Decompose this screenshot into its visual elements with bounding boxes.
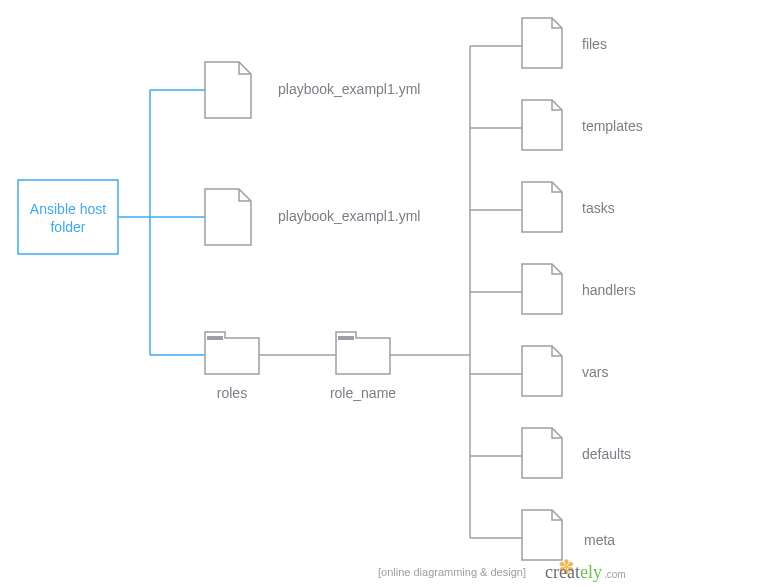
playbook1-label: playbook_exampl1.yml (278, 81, 420, 97)
attribution: [online diagramming & design] ✽ creately… (378, 556, 626, 582)
svg-rect-7 (207, 336, 223, 340)
rolename-connectors (390, 46, 522, 538)
root-label-line2: folder (50, 219, 85, 235)
root-label-line1: Ansible host (30, 201, 106, 217)
playbook2-node: playbook_exampl1.yml (205, 189, 420, 245)
defaults-node: defaults (522, 428, 631, 478)
ansible-folder-diagram: Ansible host folder playbook_exampl1.yml… (0, 0, 769, 587)
root-node: Ansible host folder (18, 180, 118, 254)
templates-label: templates (582, 118, 643, 134)
vars-node: vars (522, 346, 608, 396)
logo-part2: ely (580, 562, 602, 582)
svg-rect-0 (18, 180, 118, 254)
meta-label: meta (584, 532, 615, 548)
defaults-label: defaults (582, 446, 631, 462)
rolename-label: role_name (330, 385, 396, 401)
playbook2-label: playbook_exampl1.yml (278, 208, 420, 224)
files-node: files (522, 18, 607, 68)
handlers-label: handlers (582, 282, 636, 298)
meta-node: meta (522, 510, 615, 560)
logo-suffix: .com (604, 569, 626, 580)
root-connectors (118, 90, 205, 355)
handlers-node: handlers (522, 264, 636, 314)
roles-node: roles (205, 332, 259, 401)
playbook1-node: playbook_exampl1.yml (205, 62, 420, 118)
logo-part1: creat (545, 562, 580, 582)
logo: creately.com (545, 562, 626, 582)
vars-label: vars (582, 364, 608, 380)
tasks-label: tasks (582, 200, 615, 216)
tasks-node: tasks (522, 182, 615, 232)
templates-node: templates (522, 100, 643, 150)
svg-rect-8 (338, 336, 354, 340)
rolename-node: role_name (330, 332, 396, 401)
footer-text: [online diagramming & design] (378, 566, 526, 578)
roles-label: roles (217, 385, 247, 401)
files-label: files (582, 36, 607, 52)
